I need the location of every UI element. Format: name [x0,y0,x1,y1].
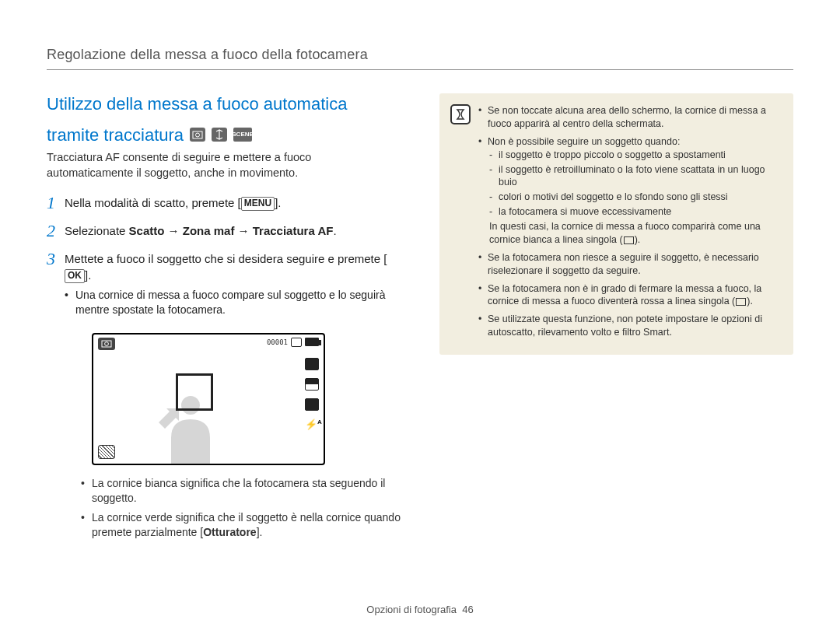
lcd-side-icons: ⚡A [305,358,319,431]
lcd-mode-icon [98,338,115,350]
note-sub-item: la fotocamera si muove eccessivamente [488,205,782,219]
step-2: 2 Selezionate Scatto → Zona maf → Tracci… [47,222,401,240]
menu-key-label: MENU [241,197,275,211]
heading-line1: Utilizzo della messa a fuoco automatica [47,93,347,115]
footer-section: Opzioni di fotografia [366,604,457,615]
heading-line2: tramite tracciatura [47,124,184,146]
step-3: 3 Mettete a fuoco il soggetto che si des… [47,250,401,322]
camera-lcd-preview: 00001 ⚡A [92,333,325,465]
ok-key-label: OK [65,269,85,283]
metering-icon [305,398,319,411]
note-sub-item: colori o motivi del soggetto e lo sfondo… [488,191,782,204]
bullet-item: La cornice bianca significa che la fotoc… [81,476,401,506]
page-header: Regolazione della messa a fuoco della fo… [47,47,793,70]
svg-rect-0 [193,131,202,138]
frame-glyph-icon [736,298,746,306]
section-heading: Utilizzo della messa a fuoco automatica … [47,93,401,145]
image-stabilize-icon [98,445,115,459]
flash-auto-icon: ⚡A [305,419,319,431]
frame-glyph-icon [624,236,634,244]
bullet-item: La cornice verde significa che il sogget… [81,510,401,540]
note-sub-item: il soggetto è troppo piccolo o soggetto … [488,149,782,162]
mode-icon-p [190,128,205,142]
svg-point-1 [196,133,200,137]
note-item: Non è possibile seguire un soggetto quan… [478,135,782,247]
lcd-counter: 00001 [267,338,288,346]
note-tail-text: In questi casi, la cornice di messa a fu… [488,220,782,247]
note-item: Se la fotocamera non è in grado di ferma… [478,282,782,309]
mode-icon-dual [212,128,227,142]
lcd-status-row: 00001 [267,338,319,347]
post-lcd-bullets: La cornice bianca significa che la fotoc… [81,476,401,540]
note-item: Se utilizzate questa funzione, non potet… [478,313,782,339]
note-sub-item: il soggetto è retroilluminato o la foto … [488,163,782,190]
step-2-bold: Scatto → Zona maf → Tracciatura AF [129,224,334,237]
page-footer: Opzioni di fotografia 46 [0,604,840,615]
note-item: Se non toccate alcuna area dello schermo… [478,104,782,131]
svg-point-3 [105,342,109,346]
right-column: Se non toccate alcuna area dello schermo… [439,93,793,544]
step-body: Nella modalità di scatto, premete [MENU]… [65,194,281,212]
step-number: 3 [47,250,55,322]
bullet-item: Una cornice di messa a fuoco compare sul… [65,288,401,317]
sd-card-icon [291,338,302,347]
note-info-icon [450,104,471,124]
shutter-label: Otturatore [203,526,256,538]
intro-text: Tracciatura AF consente di seguire e met… [47,150,401,180]
step-1: 1 Nella modalità di scatto, premete [MEN… [47,194,401,212]
battery-icon [305,338,319,346]
quality-icon [305,378,319,391]
note-content: Se non toccate alcuna area dello schermo… [478,104,782,344]
footer-page-number: 46 [462,604,473,615]
note-item: Se la fotocamera non riesce a seguire il… [478,251,782,278]
step-number: 2 [47,222,55,240]
step-number: 1 [47,194,55,212]
mode-icon-scene: SCENE [233,128,252,142]
step-body: Selezionate Scatto → Zona maf → Tracciat… [65,222,337,240]
af-tracking-frame [176,373,213,411]
step-3-bullets: Una cornice di messa a fuoco compare sul… [65,288,401,317]
step-body: Mettete a fuoco il soggetto che si desid… [65,250,401,322]
left-column: Utilizzo della messa a fuoco automatica … [47,93,401,544]
note-box: Se non toccate alcuna area dello schermo… [439,93,793,355]
content-columns: Utilizzo della messa a fuoco automatica … [47,93,793,544]
resolution-icon [305,358,319,370]
